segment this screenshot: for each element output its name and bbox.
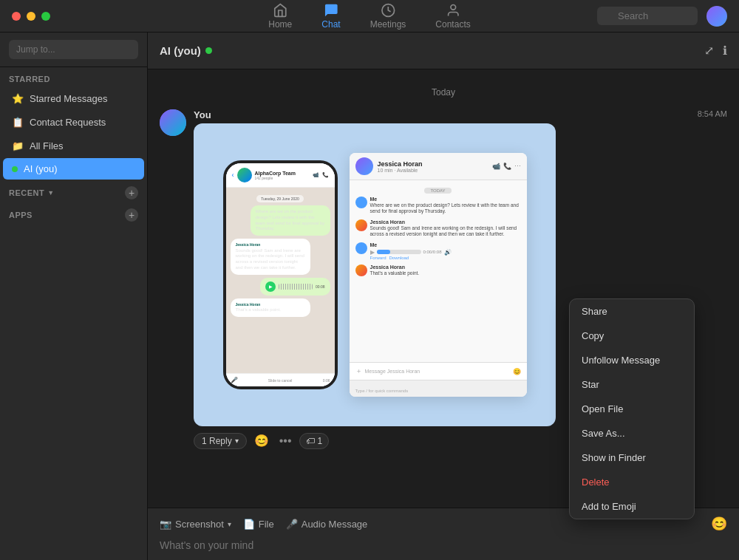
back-arrow-icon: ‹ — [232, 171, 234, 179]
close-button[interactable] — [12, 12, 21, 21]
sidebar-item-ai-you-label: AI (you) — [24, 163, 58, 174]
context-menu-open-file[interactable]: Open File — [570, 397, 694, 421]
desktop-msg-3-content: Me ▶ 0:00/0:08 🔊 — [370, 242, 521, 260]
desktop-cmd-hint: Type / for quick commands — [355, 389, 409, 393]
forward-link[interactable]: Forward — [370, 256, 386, 260]
sidebar-item-contact-requests-label: Contact Requests — [30, 117, 106, 128]
sidebar-item-contact-requests[interactable]: 📋 Contact Requests — [3, 111, 144, 133]
desktop-msg-4-sender: Jessica Horan — [370, 264, 521, 270]
desktop-mockup: Jessica Horan 10 min · Available 📹 📞 ⋯ — [350, 153, 527, 397]
desktop-audio-fill — [377, 250, 390, 254]
desktop-msg-1-content: Me Where are we on the product design? L… — [370, 197, 521, 215]
chat-header-actions: ⤢ ℹ — [704, 44, 727, 58]
audio-message-button[interactable]: 🎤 Audio Message — [286, 519, 368, 530]
desktop-msg-3: Me ▶ 0:00/0:08 🔊 — [355, 242, 521, 260]
play-icon[interactable]: ▶ — [265, 281, 276, 292]
desktop-contact-status: 10 min · Available — [378, 168, 423, 173]
context-menu-save-as[interactable]: Save As... — [570, 421, 694, 445]
emoji-picker-button[interactable]: 😊 — [711, 516, 727, 532]
sidebar-item-all-files-label: All Files — [30, 140, 64, 151]
titlebar-right: 🔍 — [597, 6, 727, 27]
more-actions-button[interactable]: ••• — [276, 433, 295, 449]
sidebar-item-starred-messages-label: Starred Messages — [30, 93, 108, 104]
audio-waveform — [279, 284, 313, 290]
context-menu-star[interactable]: Star — [570, 372, 694, 397]
tag-button[interactable]: 🏷 1 — [299, 433, 330, 449]
desktop-msg-2: Jessica Horan Sounds good! Sam and Irene… — [355, 219, 521, 238]
minimize-button[interactable] — [27, 12, 35, 21]
apps-section-row: APPS + — [0, 202, 147, 225]
svg-point-1 — [451, 4, 456, 10]
jump-to-input[interactable] — [9, 40, 138, 59]
avatar-image — [160, 109, 186, 136]
sidebar-item-all-files[interactable]: 📁 All Files — [3, 134, 144, 157]
message-time: 8:54 AM — [698, 109, 727, 118]
desktop-input-area: ＋ Message Jessica Horan 😊 — [350, 362, 527, 380]
window-controls — [12, 12, 50, 21]
context-menu-add-to-emoji[interactable]: Add to Emoji — [570, 494, 694, 519]
desktop-contact-avatar — [355, 157, 373, 175]
delete-label: Delete — [582, 477, 610, 488]
download-link[interactable]: Download — [389, 256, 409, 260]
file-icon: 📄 — [243, 519, 255, 530]
chat-header: AI (you) ⤢ ℹ — [148, 33, 739, 69]
phone-header-actions: 📹 📞 — [313, 172, 329, 178]
desktop-msg-3-sender: Me — [370, 242, 521, 247]
external-link-icon[interactable]: ⤢ — [704, 44, 714, 58]
tab-chat[interactable]: Chat — [316, 0, 346, 33]
desktop-msg-2-content: Jessica Horan Sounds good! Sam and Irene… — [370, 219, 521, 238]
reply-button[interactable]: 1 Reply ▾ — [194, 433, 247, 449]
context-menu-share[interactable]: Share — [570, 299, 694, 324]
star-label: Star — [582, 379, 599, 390]
add-apps-button[interactable]: + — [125, 208, 138, 222]
add-recent-button[interactable]: + — [125, 186, 138, 199]
desktop-msg-4-content: Jessica Horan That's a valuable point. — [370, 264, 521, 276]
desktop-jessica-avatar — [355, 219, 367, 231]
desktop-play-icon[interactable]: ▶ — [370, 249, 375, 256]
desktop-emoji-icon: 😊 — [513, 368, 521, 375]
add-to-emoji-label: Add to Emoji — [582, 501, 636, 512]
desktop-messages: TODAY Me Where are we on the product des… — [350, 180, 527, 362]
phone-bubble-outgoing-1: Where are we on the product design? Lets… — [251, 205, 330, 236]
copy-label: Copy — [582, 330, 604, 341]
desktop-video-icon: 📹 — [492, 163, 500, 170]
screenshot-attachment: ‹ AlphaCorp Team 142 people 📹 📞 — [194, 123, 556, 426]
recent-chevron-icon: ▼ — [47, 189, 54, 197]
contact-requests-icon: 📋 — [12, 116, 24, 128]
context-menu-copy[interactable]: Copy — [570, 324, 694, 348]
tag-icon: 🏷 — [306, 436, 315, 446]
share-label: Share — [582, 306, 607, 317]
screenshot-chevron-icon: ▾ — [228, 520, 231, 528]
context-menu-unfollow[interactable]: Unfollow Message — [570, 348, 694, 372]
message-input[interactable] — [160, 538, 727, 553]
emoji-reaction-button[interactable]: 😊 — [251, 432, 272, 449]
screenshot-button[interactable]: 📷 Screenshot ▾ — [160, 519, 231, 530]
context-menu-show-in-finder[interactable]: Show in Finder — [570, 445, 694, 470]
tab-home[interactable]: Home — [262, 0, 298, 33]
tab-meetings[interactable]: Meetings — [364, 0, 412, 33]
context-menu-delete[interactable]: Delete — [570, 470, 694, 494]
file-button[interactable]: 📄 File — [243, 519, 274, 530]
search-input[interactable] — [597, 7, 698, 25]
sidebar-item-starred-messages[interactable]: ⭐ Starred Messages — [3, 87, 144, 109]
open-file-label: Open File — [582, 403, 623, 414]
starred-section-label: STARRED — [0, 67, 147, 86]
desktop-msg-4-text: That's a valuable point. — [370, 270, 521, 276]
user-avatar[interactable] — [706, 6, 727, 27]
info-icon[interactable]: ℹ — [723, 44, 727, 58]
phone-contact-name: AlphaCorp Team — [255, 171, 296, 176]
phone-call-icon: 📞 — [322, 172, 329, 178]
screenshot-icon: 📷 — [160, 519, 171, 530]
maximize-button[interactable] — [41, 12, 50, 21]
tab-chat-label: Chat — [321, 19, 340, 30]
desktop-more-icon: ⋯ — [514, 163, 521, 170]
star-icon: ⭐ — [12, 92, 24, 104]
unfollow-label: Unfollow Message — [582, 355, 660, 366]
tab-contacts-label: Contacts — [435, 19, 470, 30]
phone-record-time: 0:06 — [323, 378, 330, 383]
phone-bubble-incoming-1: Jessica Horan Sounds good! Sam and Irene… — [231, 239, 310, 275]
sidebar-item-ai-you[interactable]: AI (you) — [3, 158, 144, 180]
phone-chat-body: Tuesday, 29 June 2020 Where are we on th… — [226, 188, 335, 373]
tab-contacts[interactable]: Contacts — [429, 0, 476, 33]
chevron-down-icon: ▾ — [235, 437, 239, 445]
